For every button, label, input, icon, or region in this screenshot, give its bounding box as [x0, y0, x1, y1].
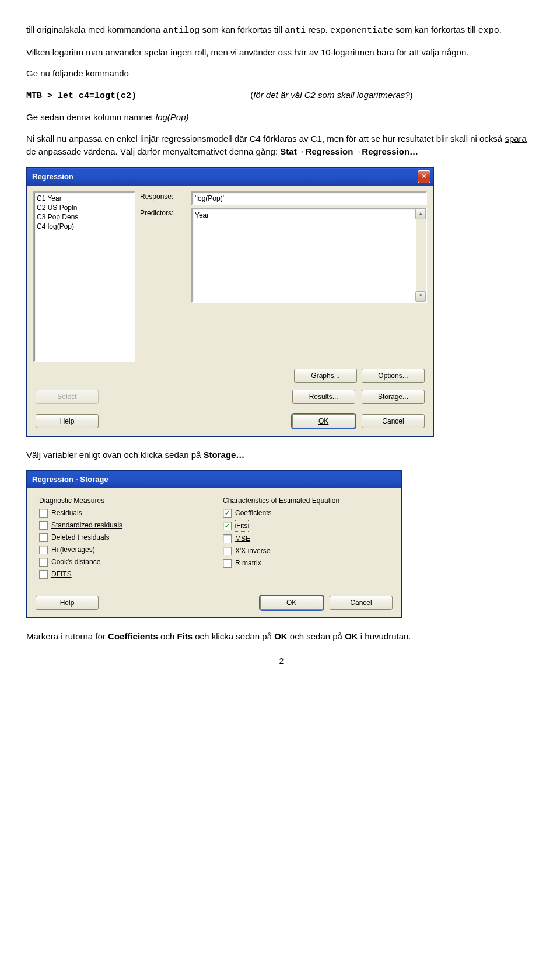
- help-button[interactable]: Help: [36, 596, 99, 610]
- label-text: MSE: [235, 534, 250, 543]
- text: som kan förkortas till: [200, 25, 285, 34]
- checkbox-icon[interactable]: [223, 547, 232, 555]
- close-icon[interactable]: ×: [418, 170, 430, 183]
- dialog-titlebar[interactable]: Regression - Storage: [27, 471, 401, 488]
- ok-button[interactable]: OK: [292, 414, 355, 428]
- residuals-option[interactable]: Residuals: [39, 508, 205, 518]
- fits-option[interactable]: ✓Fits: [223, 520, 389, 532]
- results-button[interactable]: Results...: [292, 390, 355, 404]
- text: Välj variabler enligt ovan och klicka se…: [26, 450, 204, 460]
- checkbox-icon[interactable]: ✓: [223, 522, 232, 530]
- checkbox-icon[interactable]: [39, 521, 48, 530]
- bold-text: Fits: [177, 631, 192, 641]
- r-matrix-option[interactable]: R matrix: [223, 558, 389, 568]
- help-button[interactable]: Help: [36, 414, 99, 428]
- cancel-button[interactable]: Cancel: [330, 596, 393, 610]
- checkbox-icon[interactable]: [223, 534, 232, 543]
- dfits-option[interactable]: DFITS: [39, 569, 205, 579]
- predictors-value: Year: [195, 211, 209, 219]
- code: anti: [285, 26, 306, 36]
- option-label: DFITS: [51, 569, 72, 579]
- response-input[interactable]: 'log(Pop)': [191, 191, 427, 205]
- label-text: e: [85, 546, 89, 554]
- label-text: Residuals: [51, 509, 82, 517]
- list-item[interactable]: C4 log(Pop): [37, 222, 132, 231]
- list-item[interactable]: C2 US Popln: [37, 203, 132, 212]
- bold-text: OK: [345, 631, 358, 641]
- predictors-input[interactable]: Year ▴ ▾: [191, 208, 427, 303]
- checkbox-icon[interactable]: [39, 558, 48, 567]
- scrollbar[interactable]: ▴ ▾: [416, 209, 426, 302]
- dialog-title: Regression: [32, 171, 74, 183]
- text: till originalskala med kommandona: [26, 25, 163, 34]
- dialog-title: Regression - Storage: [32, 474, 108, 485]
- label-text: DFITS: [51, 570, 72, 578]
- checkbox-icon[interactable]: [39, 509, 48, 518]
- dialog-titlebar[interactable]: Regression ×: [27, 168, 433, 186]
- checkbox-icon[interactable]: [39, 570, 48, 579]
- checkbox-icon[interactable]: ✓: [223, 509, 232, 518]
- label-text: s): [89, 546, 95, 554]
- std-residuals-option[interactable]: Standardized residuals: [39, 520, 205, 530]
- ok-button[interactable]: OK: [260, 596, 323, 610]
- bold-text: Coefficients: [108, 631, 158, 641]
- storage-button[interactable]: Storage...: [362, 390, 425, 404]
- option-label: Deleted t residuals: [51, 532, 109, 543]
- characteristics-header: Characteristics of Estimated Equation: [223, 495, 389, 506]
- option-label: MSE: [235, 533, 250, 544]
- checkbox-icon[interactable]: [39, 546, 48, 554]
- bold-text: OK: [274, 631, 288, 641]
- scroll-up-icon[interactable]: ▴: [415, 209, 426, 219]
- option-label: R matrix: [235, 558, 261, 568]
- text: som kan förkortas till: [393, 25, 478, 34]
- text: de anpassade värdena. Välj därför menyal…: [26, 146, 280, 156]
- paragraph-1: till originalskala med kommandona antilo…: [26, 23, 537, 38]
- label-text: nverse: [249, 547, 270, 555]
- menu-regression-item: Regression…: [362, 146, 418, 156]
- xx-inverse-option[interactable]: X'X inverse: [223, 546, 389, 556]
- text: och sedan på: [288, 631, 345, 641]
- storage-dialog: Regression - Storage Diagnostic Measures…: [26, 470, 402, 618]
- label-text: Hi (leverag: [51, 546, 85, 554]
- code: expo: [478, 26, 499, 36]
- checkbox-icon[interactable]: [223, 559, 232, 568]
- label-text: Fits: [236, 522, 247, 530]
- mse-option[interactable]: MSE: [223, 533, 389, 544]
- paragraph-5: Ni skall nu anpassa en enkel linjär regr…: [26, 132, 537, 159]
- list-item[interactable]: C1 Year: [37, 194, 132, 203]
- label-text: Standardized residuals: [51, 521, 123, 529]
- code: exponentiate: [330, 26, 393, 36]
- command-line: MTB > let c4=logt(c2) (för det är väl C2…: [26, 89, 537, 103]
- label-text: Coefficients: [235, 509, 271, 517]
- paragraph-3: Ge nu följande kommando: [26, 67, 537, 81]
- graphs-button[interactable]: Graphs...: [294, 369, 357, 383]
- option-label: Cook's distance: [51, 557, 100, 567]
- text: .: [499, 25, 502, 34]
- text: Markera i rutorna för: [26, 631, 108, 641]
- options-button[interactable]: Options...: [362, 369, 425, 383]
- variable-listbox[interactable]: C1 Year C2 US Popln C3 Pop Dens C4 log(P…: [33, 191, 135, 362]
- cooks-distance-option[interactable]: Cook's distance: [39, 557, 205, 567]
- option-label: Fits: [235, 520, 249, 532]
- hi-leverages-option[interactable]: Hi (leverages): [39, 544, 205, 555]
- command-prompt: MTB > let c4=logt(c2): [26, 90, 248, 103]
- page-number: 2: [26, 655, 537, 667]
- option-label: Hi (leverages): [51, 544, 95, 555]
- option-label: X'X inverse: [235, 546, 270, 556]
- option-label: Coefficients: [235, 508, 271, 518]
- paragraph-6: Välj variabler enligt ovan och klicka se…: [26, 449, 537, 462]
- list-item[interactable]: C3 Pop Dens: [37, 212, 132, 222]
- note-italic: för det är väl C2 som skall logaritmeras…: [253, 90, 410, 100]
- checkbox-icon[interactable]: [39, 533, 48, 542]
- deleted-t-option[interactable]: Deleted t residuals: [39, 532, 205, 543]
- arrow-icon: →: [353, 146, 362, 156]
- diagnostic-header: Diagnostic Measures: [39, 495, 205, 506]
- predictors-label: Predictors:: [140, 208, 187, 218]
- coefficients-option[interactable]: ✓Coefficients: [223, 508, 389, 518]
- cancel-button[interactable]: Cancel: [362, 414, 425, 428]
- label-text: X'X: [235, 547, 248, 555]
- select-button: Select: [36, 390, 99, 404]
- paragraph-4: Ge sedan denna kolumn namnet log(Pop): [26, 111, 537, 124]
- storage-bold: Storage…: [204, 450, 245, 460]
- scroll-down-icon[interactable]: ▾: [415, 291, 426, 302]
